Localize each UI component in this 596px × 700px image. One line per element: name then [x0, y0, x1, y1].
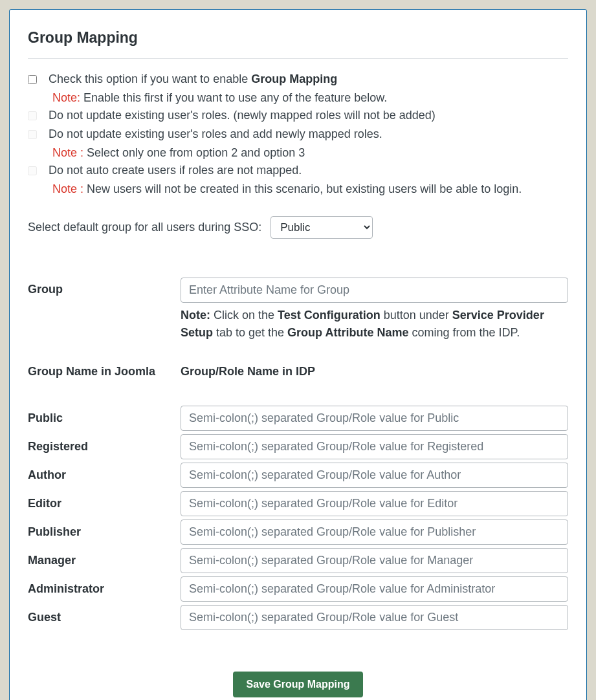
- note-label: Note :: [52, 182, 83, 195]
- group-name-label: Author: [28, 463, 181, 482]
- option-checkbox[interactable]: [28, 75, 37, 84]
- group-role-input[interactable]: [181, 491, 568, 516]
- note-label: Note :: [52, 146, 83, 159]
- option-note: Note: Enable this first if you want to u…: [52, 89, 568, 107]
- group-name-label: Public: [28, 406, 181, 425]
- group-mapping-panel: Group Mapping Check this option if you w…: [9, 9, 587, 700]
- group-role-input[interactable]: [181, 520, 568, 545]
- group-row: Editor: [28, 491, 568, 516]
- default-group-label: Select default group for all users durin…: [28, 221, 261, 234]
- group-field: [181, 491, 568, 516]
- option-label: Do not update existing user's roles and …: [49, 126, 568, 143]
- option-row: Do not update existing user's roles and …: [28, 126, 568, 143]
- option-label-pre: Do not auto create users if roles are no…: [49, 164, 302, 177]
- group-name-label: Guest: [28, 605, 181, 624]
- option-label: Check this option if you want to enable …: [49, 71, 568, 88]
- help-bold-3: Group Attribute Name: [287, 326, 408, 339]
- group-name-label: Editor: [28, 491, 181, 510]
- option-note: Note : New users will not be created in …: [52, 180, 568, 198]
- group-row: Administrator: [28, 576, 568, 602]
- option-row: Do not auto create users if roles are no…: [28, 162, 568, 179]
- group-field: [181, 548, 568, 573]
- group-role-input[interactable]: [181, 576, 568, 602]
- option-checkbox: [28, 111, 37, 120]
- group-role-input[interactable]: [181, 463, 568, 488]
- group-field: [181, 406, 568, 431]
- note-text: Enable this first if you want to use any…: [80, 91, 387, 104]
- group-field: [181, 520, 568, 545]
- option-label-pre: Do not update existing user's roles. (ne…: [49, 109, 436, 122]
- group-row: Guest: [28, 605, 568, 630]
- group-columns-header: Group Name in Joomla Group/Role Name in …: [28, 365, 568, 378]
- option-checkbox: [28, 166, 37, 175]
- group-name-label: Administrator: [28, 576, 181, 596]
- group-name-label: Manager: [28, 548, 181, 567]
- group-rows: PublicRegisteredAuthorEditorPublisherMan…: [28, 406, 568, 630]
- group-row: Registered: [28, 434, 568, 459]
- group-row: Manager: [28, 548, 568, 573]
- note-label: Note:: [52, 91, 80, 104]
- group-name-label: Registered: [28, 434, 181, 454]
- note-text: Select only one from option 2 and option…: [83, 146, 305, 159]
- help-bold-1: Test Configuration: [278, 309, 381, 322]
- header-idp: Group/Role Name in IDP: [181, 365, 315, 378]
- option-label-pre: Check this option if you want to enable: [49, 72, 251, 85]
- header-joomla: Group Name in Joomla: [28, 365, 181, 378]
- divider: [28, 58, 568, 59]
- option-note: Note : Select only one from option 2 and…: [52, 144, 568, 162]
- option-label: Do not update existing user's roles. (ne…: [49, 107, 568, 124]
- group-row: Publisher: [28, 520, 568, 545]
- default-group-row: Select default group for all users durin…: [28, 216, 568, 239]
- help-text-2: button under: [381, 309, 452, 322]
- group-field: [181, 605, 568, 630]
- help-note-bold: Note:: [181, 309, 210, 322]
- form-area: Group Note: Click on the Test Configurat…: [28, 278, 568, 697]
- help-text-1: Click on the: [210, 309, 278, 322]
- group-row: Author: [28, 463, 568, 488]
- group-attribute-input[interactable]: [181, 278, 568, 303]
- page-title: Group Mapping: [28, 29, 568, 47]
- group-attribute-label: Group: [28, 278, 181, 296]
- group-field: [181, 576, 568, 602]
- group-role-input[interactable]: [181, 605, 568, 630]
- group-field: [181, 463, 568, 488]
- save-group-mapping-button[interactable]: Save Group Mapping: [233, 672, 362, 697]
- button-wrap: Save Group Mapping: [28, 672, 568, 697]
- group-field: [181, 434, 568, 459]
- option-label-pre: Do not update existing user's roles and …: [49, 127, 382, 140]
- option-checkbox: [28, 130, 37, 139]
- group-attribute-row: Group Note: Click on the Test Configurat…: [28, 278, 568, 342]
- options-list: Check this option if you want to enable …: [28, 71, 568, 198]
- group-attribute-help: Note: Click on the Test Configuration bu…: [181, 307, 568, 342]
- default-group-select[interactable]: Public: [270, 216, 373, 239]
- group-role-input[interactable]: [181, 548, 568, 573]
- note-text: New users will not be created in this sc…: [83, 182, 522, 195]
- option-label: Do not auto create users if roles are no…: [49, 162, 568, 179]
- group-role-input[interactable]: [181, 406, 568, 431]
- option-row: Check this option if you want to enable …: [28, 71, 568, 88]
- help-text-4: coming from the IDP.: [408, 326, 520, 339]
- option-row: Do not update existing user's roles. (ne…: [28, 107, 568, 124]
- option-label-bold: Group Mapping: [251, 72, 337, 85]
- group-name-label: Publisher: [28, 520, 181, 539]
- help-text-3: tab to get the: [213, 326, 287, 339]
- group-role-input[interactable]: [181, 434, 568, 459]
- group-attribute-field: Note: Click on the Test Configuration bu…: [181, 278, 568, 342]
- group-row: Public: [28, 406, 568, 431]
